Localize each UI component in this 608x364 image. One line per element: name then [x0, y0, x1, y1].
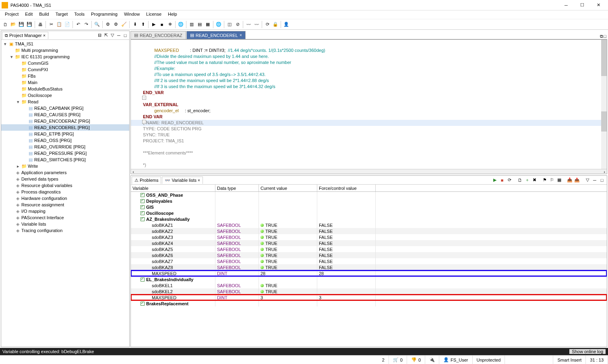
minimize-button[interactable]: ─ — [558, 0, 574, 10]
variable-row[interactable]: sdoBKAZ6SAFEBOOLTRUEFALSE — [131, 252, 607, 258]
tree-item[interactable]: 📁Main — [1, 79, 129, 86]
tree-item[interactable]: ▤READ_ENCODERAZ [PRG] — [1, 118, 129, 124]
tree-item[interactable]: ◈Derived data types — [1, 176, 129, 182]
tree-item[interactable]: ▾📁IEC 61131 programming — [1, 53, 129, 60]
toggle1-icon[interactable]: ◫ — [226, 21, 233, 28]
editor-restore-icon[interactable]: ⧉ — [600, 34, 603, 39]
tree-item[interactable]: ◈Hardware configuration — [1, 195, 129, 202]
group-checkbox-icon[interactable] — [141, 199, 145, 203]
menu-build[interactable]: Build — [36, 10, 52, 19]
variable-table[interactable]: Variable Data type Current value Force/c… — [131, 185, 607, 347]
code-editor[interactable]: − − MAXSPEED : DINT := DINT#3; //1.44 de… — [130, 39, 607, 174]
group-checkbox-icon[interactable] — [141, 211, 145, 215]
tree-item[interactable]: 📁Multi programming — [1, 47, 129, 53]
tree-item[interactable]: 📁FBs — [1, 73, 129, 79]
export-icon[interactable]: 📤 — [574, 177, 580, 183]
stop-icon[interactable]: ■ — [499, 177, 505, 183]
tree-item[interactable]: ▸📁Write — [1, 163, 129, 169]
col-header-variable[interactable]: Variable — [131, 185, 215, 191]
cut-icon[interactable]: ✂ — [48, 21, 55, 28]
menu-window[interactable]: Window — [121, 10, 143, 19]
menu-tools[interactable]: Tools — [71, 10, 88, 19]
link-icon[interactable]: ⇱ — [103, 33, 109, 38]
tree-item[interactable]: ▤READ_CAPBANK [PRG] — [1, 105, 129, 111]
refresh-icon[interactable]: ⟳ — [506, 177, 513, 183]
maximize-button[interactable]: ☐ — [574, 0, 590, 10]
editor-max-icon[interactable]: □ — [604, 34, 606, 39]
panel1-icon[interactable]: ▥ — [188, 21, 195, 28]
menu-edit[interactable]: Edit — [22, 10, 36, 19]
user-icon[interactable]: 👤 — [283, 21, 290, 28]
variable-row[interactable]: sdoBKAZ1SAFEBOOLTRUEFALSE — [131, 222, 607, 228]
collapse-all-icon[interactable]: ⊟ — [97, 33, 102, 38]
col-header-current[interactable]: Current value — [259, 185, 317, 191]
variable-group-row[interactable]: EL_BrakesIndividually — [131, 276, 607, 282]
menu-target[interactable]: Target — [52, 10, 71, 19]
tree-item[interactable]: ▤READ_PRESSURE [PRG] — [1, 150, 129, 156]
filter-icon[interactable]: ▽ — [110, 33, 115, 38]
variable-group-row[interactable]: Deployables — [131, 198, 607, 204]
download-icon[interactable]: ⬇ — [131, 21, 139, 28]
group-checkbox-icon[interactable] — [141, 278, 145, 282]
tree-item[interactable]: ◈Process diagnostics — [1, 189, 129, 195]
variable-row[interactable]: sdoBKAZ4SAFEBOOLTRUEFALSE — [131, 240, 607, 246]
tree-item[interactable]: ▾▣TMA_IS1 — [1, 41, 129, 47]
coldstart-icon[interactable]: ❄ — [166, 21, 174, 28]
editor-hscrollbar[interactable]: ‹› — [131, 169, 607, 174]
new-list-icon[interactable]: 🗋 — [517, 177, 523, 183]
fold-icon[interactable]: − — [142, 120, 146, 124]
variable-row[interactable]: sdoBKEL2SAFEBOOLTRUE — [131, 288, 607, 294]
upload-icon[interactable]: ⬆ — [139, 21, 147, 28]
tree-item[interactable]: ▤READ_CAUSES [PRG] — [1, 111, 129, 118]
tree-item[interactable]: ▤READ_OSS [PRG] — [1, 137, 129, 144]
tree-item[interactable]: 📁CommGIS — [1, 60, 129, 66]
globe-icon[interactable]: 🌐 — [215, 21, 222, 28]
variable-lists-tab[interactable]: 👓 Variable lists × — [162, 177, 203, 184]
menu-programming[interactable]: Programming — [88, 10, 121, 19]
tree-item[interactable]: ◈Resource global variables — [1, 182, 129, 189]
project-tree[interactable]: ▾▣TMA_IS1 📁Multi programming▾📁IEC 61131 … — [1, 40, 129, 347]
unforce-icon[interactable]: ⚐ — [549, 177, 555, 183]
show-online-log-button[interactable]: Show online log — [569, 349, 606, 354]
tree-item[interactable]: ◈Variable lists — [1, 221, 129, 227]
variable-row[interactable]: sdoBKAZ2SAFEBOOLTRUEFALSE — [131, 228, 607, 234]
clean-icon[interactable]: 🧹 — [120, 21, 128, 28]
project-manager-tab[interactable]: ⧉ Project Manager × — [2, 32, 48, 39]
tree-toggle-icon[interactable]: ▾ — [16, 99, 21, 105]
play-icon[interactable]: ▶ — [492, 177, 498, 183]
rebuild-icon[interactable]: ⚙ — [112, 21, 120, 28]
lock-icon[interactable]: 🔒 — [272, 21, 279, 28]
tree-item[interactable]: ◈Resource assignment — [1, 202, 129, 208]
group-checkbox-icon[interactable] — [141, 302, 145, 306]
menu-license[interactable]: License — [143, 10, 165, 19]
tree-item[interactable]: ◈Tracing configuration — [1, 227, 129, 234]
stop-icon[interactable]: ■ — [158, 21, 165, 28]
col-header-datatype[interactable]: Data type — [215, 185, 259, 191]
code-area[interactable]: MAXSPEED : DINT := DINT#3; //1.44 deg/s*… — [131, 40, 607, 169]
tree-item[interactable]: ◈Application parameters — [1, 169, 129, 176]
copy-icon[interactable]: 📋 — [56, 21, 63, 28]
add-icon[interactable]: ＋ — [524, 177, 530, 183]
variable-row[interactable]: MAXSPEEDDINT33 — [131, 294, 607, 300]
variable-group-row[interactable]: BrakesReplacement — [131, 300, 607, 306]
group-checkbox-icon[interactable] — [141, 205, 145, 209]
menu-project[interactable]: Project — [2, 10, 22, 19]
variable-group-row[interactable]: Oscilloscope — [131, 210, 607, 216]
col-header-force[interactable]: Force/control value — [317, 185, 376, 191]
run-icon[interactable]: ▶ — [150, 21, 157, 28]
tree-item[interactable]: ▤READ_SWITCHES [PRG] — [1, 156, 129, 163]
close-button[interactable]: ✕ — [590, 0, 606, 10]
build-icon[interactable]: ⚙ — [104, 21, 112, 28]
editor-vscrollbar[interactable] — [601, 40, 607, 169]
tree-toggle-icon[interactable]: ▾ — [3, 41, 8, 47]
update-icon[interactable]: ⟳ — [264, 21, 271, 28]
expand-icon[interactable]: ▦ — [556, 177, 563, 183]
tree-item[interactable]: ▤READ_OVERRIDE [PRG] — [1, 144, 129, 150]
menu-help[interactable]: Help — [165, 10, 180, 19]
panel-max-icon[interactable]: □ — [599, 177, 605, 183]
panel-min-icon[interactable]: ─ — [591, 177, 598, 183]
paste-icon[interactable]: 📄 — [64, 21, 71, 28]
variable-group-row[interactable]: OSS_AND_Phase — [131, 192, 607, 198]
tree-item[interactable]: ▤READ_ETPB [PRG] — [1, 131, 129, 137]
tree-item[interactable]: ◈PASconnect Interface — [1, 214, 129, 221]
